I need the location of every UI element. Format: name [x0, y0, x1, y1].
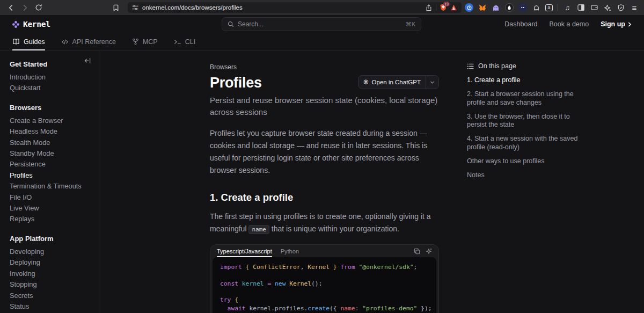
toc-item[interactable]: Other ways to use profiles [467, 157, 582, 166]
section-heading: 1. Create a profile [210, 191, 439, 204]
search-placeholder: Search... [238, 20, 402, 28]
page-title: Profiles [210, 74, 262, 91]
sidebar-item-quickstart[interactable]: Quickstart [10, 83, 91, 93]
tab-cli[interactable]: CLI [174, 33, 195, 50]
wallet-icon[interactable] [590, 3, 598, 12]
sidebar-section-title: App Platform [10, 234, 91, 244]
sign-up-button[interactable]: Sign up [601, 20, 632, 28]
chevron-down-icon[interactable] [426, 80, 438, 85]
clock-extension-icon[interactable] [465, 3, 473, 12]
kernel-logo[interactable]: Kernel [12, 20, 50, 28]
chatgpt-icon: ❋ [363, 78, 369, 86]
forward-icon[interactable] [19, 2, 30, 13]
media-control-icon[interactable]: ♫ [563, 3, 572, 12]
phantom-ghost-icon[interactable] [492, 3, 500, 12]
toc-item[interactable]: 1. Create a profile [467, 76, 582, 85]
code-tab-typescript-javascript[interactable]: Typescript/Javascript [217, 245, 272, 257]
search-icon [228, 21, 234, 27]
url-bar[interactable]: onkernel.com/docs/browsers/profiles 13 [128, 2, 462, 13]
toc-list-icon [467, 63, 474, 69]
sidebar-item-stealth-mode[interactable]: Stealth Mode [10, 137, 91, 148]
chevron-right-icon [627, 22, 632, 27]
nav-tabbar: GuidesAPI ReferenceMCPCLI [0, 33, 644, 50]
inline-code: name [248, 225, 269, 234]
sidebar-item-deploying[interactable]: Deploying [10, 257, 91, 268]
url-text[interactable]: onkernel.com/docs/browsers/profiles [142, 4, 422, 11]
sidebar-item-status[interactable]: Status [10, 301, 91, 312]
metamask-fox-icon[interactable] [478, 3, 487, 12]
sidebar-item-stopping[interactable]: Stopping [10, 279, 91, 290]
sidebar-item-live-view[interactable]: Live View [10, 203, 91, 214]
tab-guides[interactable]: Guides [12, 33, 45, 50]
copy-code-icon[interactable] [414, 248, 420, 254]
sidebar-item-persistence[interactable]: Persistence [10, 159, 91, 170]
book-a-demo-link[interactable]: Book a demo [550, 20, 589, 28]
toc-item[interactable]: Notes [467, 171, 582, 180]
sidebar-item-file-i-o[interactable]: File I/O [10, 192, 91, 203]
intro-paragraph: Profiles let you capture browser state c… [210, 127, 439, 177]
shield-check-icon[interactable] [617, 3, 625, 12]
brave-shield-icon[interactable]: 13 [440, 4, 447, 11]
sidebar-item-standby-mode[interactable]: Standby Mode [10, 148, 91, 159]
collapse-sidebar-icon[interactable] [84, 57, 91, 64]
toc-title-text: On this page [478, 62, 516, 70]
main-content: Browsers Profiles ❋ Open in ChatGPT Pers… [210, 50, 439, 313]
book-icon [12, 38, 20, 45]
tab-mcp[interactable]: MCP [132, 33, 158, 50]
site-settings-icon[interactable] [132, 4, 138, 11]
fork-icon [132, 38, 139, 45]
code-tab-python[interactable]: Python [281, 245, 299, 257]
sidebar-item-termination-timeouts[interactable]: Termination & Timeouts [10, 181, 91, 192]
sidebar-item-create-a-browser[interactable]: Create a Browser [10, 115, 91, 126]
search-shortcut: ⌘K [406, 21, 415, 28]
sidebar-item-introduction[interactable]: Introduction [10, 72, 91, 83]
search-input[interactable]: Search... ⌘K [222, 17, 421, 31]
brave-lion-icon[interactable] [450, 4, 457, 11]
toc-item[interactable]: 4. Start a new session with the saved pr… [467, 135, 582, 151]
sidebar: Get StartedIntroductionQuickstartBrowser… [0, 50, 99, 313]
toc-item[interactable]: 2. Start a browser session using the pro… [467, 90, 582, 107]
ghost-outline-icon[interactable] [532, 3, 540, 12]
terminal-icon [174, 39, 181, 45]
sidebar-item-secrets[interactable]: Secrets [10, 290, 91, 301]
section-paragraph: The first step in using profiles is to c… [210, 210, 439, 236]
leo-ai-sparkle-icon[interactable] [603, 3, 612, 12]
sidebar-item-developing[interactable]: Developing [10, 246, 91, 257]
open-in-chatgpt-button[interactable]: ❋ Open in ChatGPT [358, 75, 439, 89]
docs-header: Kernel Search... ⌘K Dashboard Book a dem… [0, 15, 644, 33]
sidebar-section-title: Get Started [10, 59, 91, 70]
code-block: Typescript/JavascriptPython import { Con… [210, 244, 439, 313]
sidebar-section-title: Browsers [10, 103, 91, 113]
divider [558, 4, 558, 11]
sidebar-item-profiles[interactable]: Profiles [10, 170, 91, 181]
ask-ai-sparkle-icon[interactable] [426, 248, 432, 254]
flame-extension-icon[interactable] [505, 3, 514, 12]
toc-item[interactable]: 3. Use the browser, then close it to per… [467, 113, 582, 129]
sidebar-item-headless-mode[interactable]: Headless Mode [10, 126, 91, 137]
share-icon[interactable] [426, 4, 432, 11]
on-this-page: On this page 1. Create a profile2. Start… [467, 50, 582, 313]
dashboard-link[interactable]: Dashboard [504, 20, 537, 28]
reload-icon[interactable] [33, 2, 44, 13]
code-area[interactable]: import { ConflictError, Kernel } from "@… [213, 257, 436, 313]
face-extension-icon[interactable] [518, 3, 527, 12]
logo-text: Kernel [23, 20, 50, 28]
breadcrumb: Browsers [210, 63, 439, 71]
browser-chrome: onkernel.com/docs/browsers/profiles 13 [0, 0, 644, 15]
boxed-a-extension-icon[interactable]: a [545, 4, 553, 11]
back-icon[interactable] [5, 2, 16, 13]
sidebar-item-invoking[interactable]: Invoking [10, 268, 91, 279]
divider [436, 4, 436, 11]
sidebar-toggle-icon[interactable] [576, 3, 585, 12]
tab-api-reference[interactable]: API Reference [61, 33, 116, 50]
kernel-logo-icon [12, 20, 20, 28]
shield-badge: 13 [443, 2, 450, 6]
code-tabbar: Typescript/JavascriptPython [210, 245, 438, 257]
hamburger-menu-icon[interactable]: ≡ [630, 3, 639, 12]
sidebar-item-replays[interactable]: Replays [10, 214, 91, 224]
bookmark-icon[interactable] [111, 2, 121, 13]
code-icon [61, 39, 69, 45]
extension-toolbar: a ♫ ≡ [465, 3, 639, 12]
page-subtitle: Persist and reuse browser session state … [210, 94, 439, 118]
code-text: import { ConflictError, Kernel } from "@… [220, 263, 429, 313]
